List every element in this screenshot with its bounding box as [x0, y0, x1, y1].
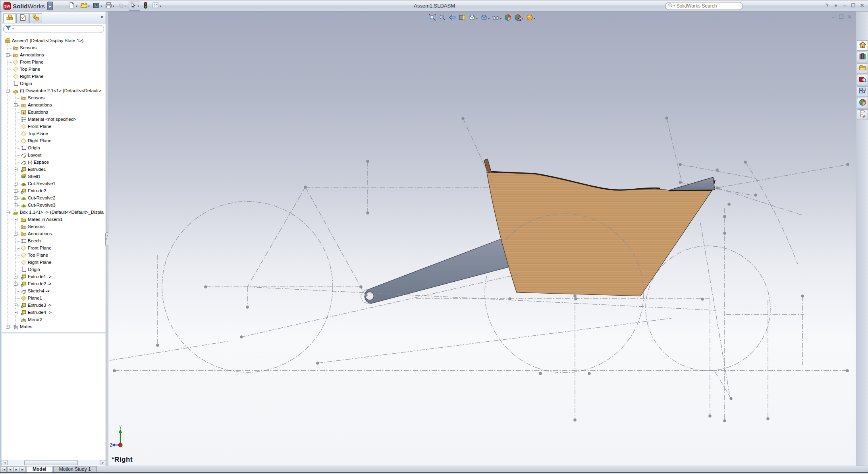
- tree-item[interactable]: Origin: [2, 145, 106, 152]
- sheet-nav-button-3[interactable]: ▶|: [20, 466, 26, 472]
- previous-view-button[interactable]: [448, 13, 457, 23]
- help-button[interactable]: ?: [824, 2, 830, 9]
- tree-item[interactable]: +Cut-Revolve3: [2, 202, 106, 209]
- tree-item[interactable]: +Extrude1: [2, 166, 106, 173]
- expand-toggle[interactable]: +: [14, 232, 17, 236]
- search-scope-caret-icon[interactable]: ▾: [673, 4, 675, 8]
- scrollbar-track[interactable]: [8, 460, 100, 465]
- design-library-button[interactable]: [857, 52, 868, 62]
- tree-item[interactable]: +Cut-Revolve2: [2, 195, 106, 202]
- expand-toggle[interactable]: +: [14, 189, 17, 193]
- tree-item[interactable]: Right Plane: [2, 137, 106, 145]
- tree-item[interactable]: +Extrude1 ->: [2, 273, 106, 281]
- tree-item[interactable]: Beech: [2, 238, 106, 245]
- menu-expander-button[interactable]: ▸: [47, 2, 53, 10]
- minimize-button[interactable]: –: [841, 2, 848, 9]
- tree-item[interactable]: Sketch4 ->: [2, 288, 106, 295]
- expand-toggle[interactable]: +: [14, 203, 17, 207]
- tree-item[interactable]: (-) Espace: [2, 159, 106, 166]
- tree-item[interactable]: Origin: [2, 80, 106, 87]
- tree-item[interactable]: +Extrude4 ->: [2, 309, 106, 316]
- appearances-scenes-button[interactable]: [857, 98, 868, 108]
- expand-toggle[interactable]: +: [14, 311, 17, 314]
- tree-item[interactable]: +AAnnotations: [2, 230, 106, 238]
- view-orientation-button[interactable]: ▾: [468, 13, 478, 23]
- scroll-right-button[interactable]: ►: [100, 460, 106, 465]
- close-button[interactable]: ✕: [859, 2, 865, 9]
- tree-item[interactable]: Sensors: [2, 223, 106, 230]
- expand-toggle[interactable]: +: [14, 182, 17, 186]
- tree-filter[interactable]: ▾: [3, 25, 104, 33]
- tree-item[interactable]: Top Plane: [2, 66, 106, 73]
- tree-item[interactable]: Shell1: [2, 173, 106, 180]
- scrollbar-thumb[interactable]: [24, 460, 78, 465]
- expand-toggle[interactable]: +: [14, 196, 17, 200]
- tree-item[interactable]: +Extrude2 ->: [2, 281, 106, 288]
- hide-show-items-button[interactable]: ▾: [492, 13, 502, 23]
- tree-item[interactable]: Front Plane: [2, 245, 106, 252]
- view-settings-button[interactable]: ▾: [525, 13, 536, 23]
- tab-configuration-manager[interactable]: [29, 13, 42, 23]
- publish-edrawings-button[interactable]: A▾: [92, 2, 103, 11]
- help-menu-button[interactable]: ▾: [833, 2, 839, 9]
- tree-item[interactable]: +Mates in Assem1: [2, 216, 106, 223]
- panel-overflow-chevron[interactable]: »: [100, 14, 103, 19]
- expand-toggle[interactable]: +: [14, 304, 17, 307]
- expand-toggle[interactable]: −: [6, 211, 10, 214]
- search-assistant-button[interactable]: [857, 75, 868, 85]
- display-style-button[interactable]: ▾: [480, 13, 490, 23]
- section-view-button[interactable]: [458, 13, 467, 23]
- tree-item[interactable]: Mirror2: [2, 316, 106, 323]
- tree-item[interactable]: +AAnnotations: [2, 52, 106, 59]
- tree-item[interactable]: −(f) Downtube 2.1<1> (Default<<Default>: [2, 87, 106, 95]
- tree-item[interactable]: ΣEquations: [2, 109, 106, 116]
- sheet-nav-button-0[interactable]: |◀: [1, 466, 7, 472]
- tree-item[interactable]: −Box 1.1<1> -> (Default<<Default>_Displa: [2, 209, 106, 216]
- search-input[interactable]: [677, 3, 740, 9]
- expand-toggle[interactable]: +: [14, 282, 17, 286]
- tree-item[interactable]: +AAnnotations: [2, 102, 106, 109]
- new-document-button[interactable]: ▾: [67, 2, 79, 11]
- tree-item[interactable]: Front Plane: [2, 123, 106, 130]
- tree-item[interactable]: +Mates: [2, 323, 106, 331]
- expand-toggle[interactable]: +: [6, 325, 10, 329]
- tab-motion-study-1[interactable]: Motion Study 1: [53, 466, 97, 472]
- tree-item[interactable]: Right Plane: [2, 73, 106, 80]
- tree-item[interactable]: Layout: [2, 152, 106, 159]
- edit-appearance-button[interactable]: [503, 13, 512, 23]
- doc-minimize-button[interactable]: –: [832, 14, 835, 20]
- apply-scene-button[interactable]: ▾: [513, 13, 524, 23]
- home-button[interactable]: [857, 40, 868, 51]
- zoom-to-area-button[interactable]: [438, 13, 447, 23]
- doc-restore-button[interactable]: ❐: [839, 14, 843, 20]
- rebuild-light-button[interactable]: [141, 2, 150, 11]
- tree-item[interactable]: Sensors: [2, 95, 106, 102]
- maximize-button[interactable]: ❐: [850, 2, 856, 9]
- tree-item[interactable]: Origin: [2, 266, 106, 273]
- undo-button[interactable]: ▾: [116, 2, 128, 11]
- tab-feature-manager[interactable]: [3, 13, 16, 23]
- tab-property-manager[interactable]: [16, 13, 29, 23]
- expand-toggle[interactable]: +: [14, 218, 17, 221]
- scroll-left-button[interactable]: ◄: [2, 460, 8, 465]
- options-list-button[interactable]: ▾: [151, 2, 162, 11]
- graphics-viewport[interactable]: ▾▾▾▾▾ –❐✕ Y Z *Right: [108, 12, 856, 466]
- tab-model[interactable]: Model: [27, 466, 52, 472]
- expand-toggle[interactable]: −: [6, 89, 10, 93]
- sheet-nav-button-2[interactable]: ▶: [14, 466, 19, 472]
- tree-item[interactable]: Top Plane: [2, 130, 106, 137]
- file-explorer-button[interactable]: [857, 63, 868, 74]
- zoom-to-fit-button[interactable]: [428, 13, 437, 23]
- tree-item[interactable]: +Extrude3 ->: [2, 302, 106, 309]
- expand-toggle[interactable]: +: [14, 168, 17, 171]
- tree-item[interactable]: Plane1: [2, 295, 106, 302]
- print-button[interactable]: ▾: [104, 2, 116, 11]
- tree-item[interactable]: Right Plane: [2, 259, 106, 266]
- expand-toggle[interactable]: +: [6, 53, 10, 57]
- expand-toggle[interactable]: +: [14, 103, 17, 107]
- custom-properties-button[interactable]: [857, 109, 868, 120]
- tree-item[interactable]: +Extrude2: [2, 188, 106, 195]
- tree-item[interactable]: +Cut-Revolve1: [2, 180, 106, 188]
- tree-item[interactable]: Front Plane: [2, 59, 106, 66]
- tree-item[interactable]: Material <not specified>: [2, 116, 106, 123]
